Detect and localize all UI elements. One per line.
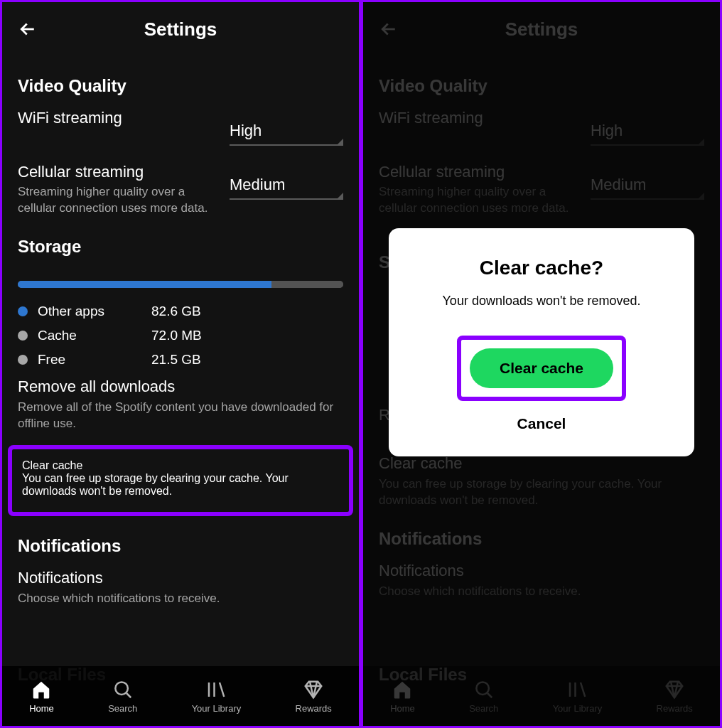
clear-cache-dialog: Clear cache? Your downloads won't be rem… xyxy=(389,228,694,456)
legend-cache-value: 72.0 MB xyxy=(151,328,202,343)
wifi-streaming-row: WiFi streaming High xyxy=(18,109,343,146)
nav-library[interactable]: Your Library xyxy=(192,679,242,714)
nav-rewards[interactable]: Rewards xyxy=(296,679,332,714)
nav-search[interactable]: Search xyxy=(108,679,137,714)
wifi-streaming-select[interactable]: High xyxy=(230,122,343,146)
nav-home-label: Home xyxy=(29,703,54,714)
dialog-sub: Your downloads won't be removed. xyxy=(410,294,673,309)
cellular-streaming-row: Cellular streaming Streaming higher qual… xyxy=(18,163,343,217)
legend-other-value: 82.6 GB xyxy=(151,304,201,319)
cellular-streaming-sub: Streaming higher quality over a cellular… xyxy=(18,184,210,217)
legend-other-label: Other apps xyxy=(38,304,151,319)
highlight-box: Clear cache xyxy=(457,336,626,401)
dialog-title: Clear cache? xyxy=(410,257,673,279)
cellular-streaming-select[interactable]: Medium xyxy=(230,176,343,200)
notifications-row-sub: Choose which notifications to receive. xyxy=(18,591,343,607)
storage-bar xyxy=(18,281,343,288)
storage-legend: Other apps 82.6 GB Cache 72.0 MB Free 21… xyxy=(18,304,343,368)
search-icon xyxy=(112,679,134,700)
clear-cache-item[interactable]: Clear cache You can free up storage by c… xyxy=(8,445,353,516)
legend-other: Other apps 82.6 GB xyxy=(18,304,343,319)
nav-rewards-label: Rewards xyxy=(296,703,332,714)
wifi-streaming-label: WiFi streaming xyxy=(18,109,221,127)
legend-free-value: 21.5 GB xyxy=(151,352,201,368)
storage-heading: Storage xyxy=(18,237,343,257)
diamond-icon xyxy=(303,679,324,700)
nav-search-label: Search xyxy=(108,703,137,714)
nav-library-label: Your Library xyxy=(192,703,242,714)
notifications-heading: Notifications xyxy=(18,536,343,556)
page-title: Settings xyxy=(144,18,217,41)
clear-cache-cancel-button[interactable]: Cancel xyxy=(410,415,673,432)
legend-cache-label: Cache xyxy=(38,328,151,343)
dot-icon xyxy=(18,306,28,316)
clear-cache-confirm-button[interactable]: Clear cache xyxy=(470,348,613,388)
dot-icon xyxy=(18,331,28,341)
remove-downloads-item[interactable]: Remove all downloads Remove all of the S… xyxy=(18,378,343,432)
bottom-nav: Home Search Your Library Rewards xyxy=(2,666,359,726)
header: Settings xyxy=(2,2,359,56)
storage-bar-rest xyxy=(271,281,343,288)
clear-cache-title: Clear cache xyxy=(22,459,339,472)
dot-icon xyxy=(18,355,28,365)
legend-free: Free 21.5 GB xyxy=(18,352,343,368)
notifications-item[interactable]: Notifications Choose which notifications… xyxy=(18,569,343,607)
notifications-row-title: Notifications xyxy=(18,569,343,587)
cellular-streaming-label: Cellular streaming xyxy=(18,163,221,181)
library-icon xyxy=(205,679,227,700)
settings-content: Video Quality WiFi streaming High Cellul… xyxy=(2,56,359,666)
nav-home[interactable]: Home xyxy=(29,679,54,714)
storage-bar-other xyxy=(18,281,271,288)
wifi-streaming-value: High xyxy=(230,122,343,144)
legend-cache: Cache 72.0 MB xyxy=(18,328,343,343)
back-button[interactable] xyxy=(15,16,41,42)
phone-left: Settings Video Quality WiFi streaming Hi… xyxy=(0,0,361,728)
remove-downloads-sub: Remove all of the Spotify content you ha… xyxy=(18,400,343,432)
phone-right: Settings Video Quality WiFi streaming Hi… xyxy=(361,0,722,728)
video-quality-heading: Video Quality xyxy=(18,76,343,96)
cellular-streaming-value: Medium xyxy=(230,176,343,198)
svg-point-0 xyxy=(115,682,128,695)
home-icon xyxy=(31,679,52,700)
remove-downloads-title: Remove all downloads xyxy=(18,378,343,396)
arrow-left-icon xyxy=(17,18,38,40)
clear-cache-sub: You can free up storage by clearing your… xyxy=(22,472,339,498)
legend-free-label: Free xyxy=(38,352,151,368)
